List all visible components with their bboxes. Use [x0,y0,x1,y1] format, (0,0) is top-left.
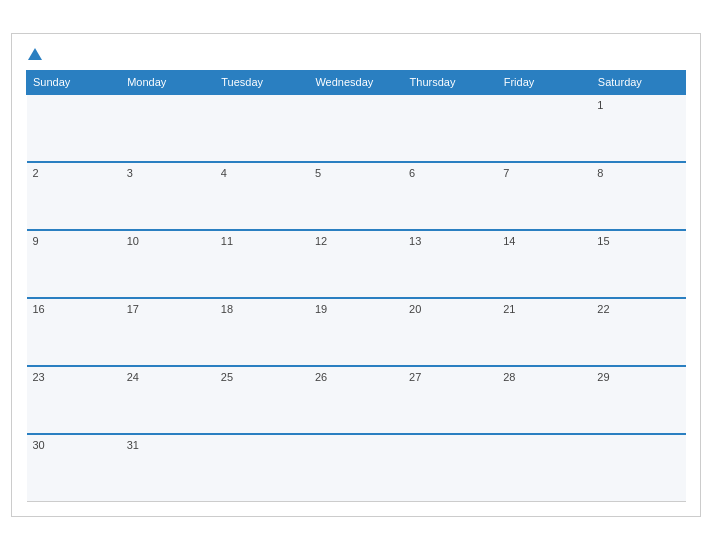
day-number: 7 [503,167,509,179]
day-number: 3 [127,167,133,179]
day-number: 16 [33,303,45,315]
calendar-cell: 30 [27,434,121,502]
logo [26,44,42,62]
calendar-cell: 18 [215,298,309,366]
calendar-cell [403,434,497,502]
calendar-cell: 5 [309,162,403,230]
calendar-cell: 21 [497,298,591,366]
calendar-cell: 10 [121,230,215,298]
day-number: 29 [597,371,609,383]
day-number: 19 [315,303,327,315]
calendar-container: SundayMondayTuesdayWednesdayThursdayFrid… [11,33,701,517]
calendar-cell: 25 [215,366,309,434]
day-number: 26 [315,371,327,383]
calendar-cell [403,94,497,162]
day-number: 11 [221,235,233,247]
day-header-monday: Monday [121,70,215,94]
calendar-cell [215,434,309,502]
calendar-cell: 24 [121,366,215,434]
calendar-cell: 22 [591,298,685,366]
calendar-cell: 31 [121,434,215,502]
calendar-cell: 12 [309,230,403,298]
calendar-cell: 13 [403,230,497,298]
day-number: 25 [221,371,233,383]
calendar-cell: 27 [403,366,497,434]
calendar-cell: 29 [591,366,685,434]
day-number: 17 [127,303,139,315]
calendar-grid: SundayMondayTuesdayWednesdayThursdayFrid… [26,70,686,503]
day-number: 13 [409,235,421,247]
logo-triangle-icon [28,48,42,60]
calendar-cell: 2 [27,162,121,230]
calendar-header [26,44,686,62]
day-number: 30 [33,439,45,451]
calendar-cell: 17 [121,298,215,366]
day-number: 15 [597,235,609,247]
day-number: 24 [127,371,139,383]
calendar-cell: 1 [591,94,685,162]
week-row-5: 3031 [27,434,686,502]
day-number: 2 [33,167,39,179]
day-number: 21 [503,303,515,315]
calendar-cell [591,434,685,502]
calendar-cell: 23 [27,366,121,434]
calendar-cell [121,94,215,162]
calendar-cell: 3 [121,162,215,230]
calendar-cell [309,94,403,162]
day-number: 12 [315,235,327,247]
calendar-cell: 8 [591,162,685,230]
calendar-cell: 16 [27,298,121,366]
day-number: 5 [315,167,321,179]
day-number: 27 [409,371,421,383]
calendar-cell [27,94,121,162]
calendar-cell: 26 [309,366,403,434]
day-number: 23 [33,371,45,383]
day-number: 6 [409,167,415,179]
day-number: 14 [503,235,515,247]
day-number: 9 [33,235,39,247]
day-number: 20 [409,303,421,315]
calendar-cell: 20 [403,298,497,366]
day-header-sunday: Sunday [27,70,121,94]
calendar-cell [309,434,403,502]
calendar-body: 1234567891011121314151617181920212223242… [27,94,686,502]
logo-line1 [26,44,42,62]
calendar-cell: 11 [215,230,309,298]
day-number: 18 [221,303,233,315]
day-header-tuesday: Tuesday [215,70,309,94]
calendar-cell: 14 [497,230,591,298]
day-header-saturday: Saturday [591,70,685,94]
calendar-cell [215,94,309,162]
week-row-4: 23242526272829 [27,366,686,434]
calendar-cell: 9 [27,230,121,298]
day-header-wednesday: Wednesday [309,70,403,94]
calendar-cell: 28 [497,366,591,434]
day-header-friday: Friday [497,70,591,94]
week-row-3: 16171819202122 [27,298,686,366]
day-number: 28 [503,371,515,383]
calendar-cell: 19 [309,298,403,366]
week-row-2: 9101112131415 [27,230,686,298]
days-header-row: SundayMondayTuesdayWednesdayThursdayFrid… [27,70,686,94]
day-number: 31 [127,439,139,451]
calendar-cell [497,434,591,502]
day-number: 8 [597,167,603,179]
calendar-cell: 6 [403,162,497,230]
day-number: 22 [597,303,609,315]
week-row-1: 2345678 [27,162,686,230]
calendar-cell: 15 [591,230,685,298]
calendar-cell [497,94,591,162]
calendar-cell: 7 [497,162,591,230]
week-row-0: 1 [27,94,686,162]
day-number: 10 [127,235,139,247]
day-header-thursday: Thursday [403,70,497,94]
day-number: 4 [221,167,227,179]
day-number: 1 [597,99,603,111]
calendar-cell: 4 [215,162,309,230]
